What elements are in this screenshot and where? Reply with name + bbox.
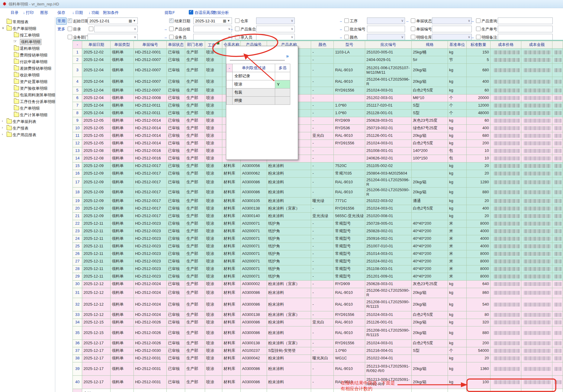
table-row[interactable]: 392025-12-17领料单HD-2512-0031已审核生产部喷涂材料库A0… (73, 362, 563, 375)
column-header-单据日期[interactable]: 单据日期 (82, 41, 111, 49)
combo-业务部门[interactable]: ∨ (88, 34, 138, 40)
table-row[interactable]: 242025-12-11领料单HD-2512-0023已审核生产部喷涂材料库A0… (73, 235, 563, 243)
table-row[interactable]: 402025-12-17领料单HD-2512-0031已审核生产部喷涂材料库A0… (73, 375, 563, 389)
column-filter-indicator-icon[interactable] (217, 42, 219, 44)
table-row[interactable]: 302025-12-12领料单HD-2512-0024已审核生产部喷涂材料库A0… (73, 280, 563, 288)
calendar-icon[interactable]: ▦ (223, 19, 226, 23)
chevron-down-icon[interactable]: ∨ (468, 35, 470, 39)
chevron-down-icon[interactable]: ∨ (228, 35, 230, 39)
table-row[interactable]: 382025-12-17领料单HD-2512-0031已审核生产部喷涂材料库A0… (73, 355, 563, 362)
combo-单据状态[interactable]: ∨ (432, 18, 472, 24)
text-input-单据编号[interactable] (432, 26, 472, 32)
popup-value-row[interactable]: 喷涂Y (227, 80, 290, 88)
chevron-down-icon[interactable]: ∨ (228, 27, 230, 31)
toolbar-item-10[interactable]: 数据分析 (213, 10, 229, 15)
table-row[interactable]: 32025-12-04领料单HD-2512-0007已审核生产部喷涂-RAL-9… (73, 64, 563, 77)
popup-value-row[interactable]: 焊接 (227, 97, 290, 105)
table-row[interactable]: 282025-12-11领料单HD-2512-0023已审核生产部喷涂材料库A0… (73, 265, 563, 273)
table-row[interactable]: 162025-12-09领料单HD-2512-0017已审核生产部喷涂材料库A0… (73, 170, 563, 177)
table-row[interactable]: 202025-12-09领料单HD-2512-0017已审核生产部喷涂材料库A0… (73, 205, 563, 212)
column-header-规格[interactable]: 规格 (412, 41, 448, 49)
table-row[interactable]: 122025-12-05领料单HD-2512-0014已审核生产部喷涂粉末涂料（… (73, 140, 563, 147)
table-row[interactable]: 262025-12-11领料单HD-2512-0023已审核生产部喷涂材料库A0… (73, 250, 563, 258)
filter-checkbox-工序[interactable] (344, 18, 349, 23)
text-input-产品查询[interactable] (498, 18, 553, 24)
table-row[interactable]: 332025-12-12领料单HD-2512-0024已审核生产部喷涂材料库A0… (73, 311, 563, 319)
table-row[interactable]: 82025-12-04领料单HD-2512-0011已审核生产部喷涂S型挂钩-安… (73, 109, 563, 117)
dropdown-arrow-icon[interactable]: ▼ (133, 19, 136, 22)
filter-extra-checkbox[interactable] (89, 27, 93, 31)
toolbar-item-5[interactable]: ↓日期 (72, 10, 83, 15)
text-input-批次编号[interactable] (367, 26, 405, 32)
filter-checkbox-单据编号[interactable] (411, 27, 415, 31)
column-header-型号[interactable]: 型号 (334, 41, 365, 49)
column-header-单据编号[interactable]: 单据编号 (134, 41, 167, 49)
column-header-部门名称[interactable]: 部门名称 (185, 41, 205, 49)
filter-checkbox-起始日期[interactable] (68, 18, 72, 23)
toolbar-item-9[interactable]: 自适应高度 (189, 10, 214, 15)
filter-often-button[interactable]: 常用 (56, 18, 67, 25)
toolbar-item-2[interactable]: ↓打印 (23, 10, 34, 15)
table-row[interactable]: 252025-12-11领料单HD-2512-0023已审核生产部喷涂材料库A0… (73, 243, 563, 250)
column-header-单据类型[interactable]: 单据类型 (111, 41, 134, 49)
chevron-down-icon[interactable]: ∨ (291, 35, 293, 39)
popup-value-row[interactable]: 全部记录 (227, 72, 290, 80)
filter-checkbox-业务部门[interactable] (68, 35, 72, 39)
chevron-down-icon[interactable]: ∨ (291, 19, 293, 23)
combo-目录[interactable]: ∨ (94, 26, 138, 32)
chevron-down-icon[interactable]: ∨ (134, 35, 136, 39)
column-header-标准数量[interactable]: 标准数量 (466, 41, 490, 49)
column-header-工序[interactable]: 工序 (205, 41, 222, 49)
table-row[interactable]: 292025-12-11领料单HD-2512-0023已审核生产部喷涂材料库A0… (73, 273, 563, 280)
combo-仓库[interactable]: ∨ (256, 18, 295, 24)
filter-checkbox-生产单号[interactable] (476, 27, 481, 31)
table-row[interactable]: 352025-12-15领料单HD-2512-0026已审核生产部喷涂材料库A0… (73, 326, 563, 339)
checkbox-checked-icon[interactable] (189, 10, 193, 14)
filter-more-button[interactable]: 更多 (57, 26, 65, 32)
chevron-down-icon[interactable]: ∨ (401, 19, 404, 23)
expand-arrow-icon[interactable]: › (2, 126, 5, 129)
table-row[interactable]: 22025-12-04领料单HD-2512-0007已审核生产部喷涂-2404-… (73, 56, 563, 64)
expand-arrow-icon[interactable]: › (2, 119, 5, 123)
chevron-down-icon[interactable]: ∨ (291, 27, 293, 31)
table-row[interactable]: 272025-12-11领料单HD-2512-0023已审核生产部喷涂材料库A0… (73, 258, 563, 265)
dropdown-arrow-icon[interactable]: ▼ (227, 19, 230, 22)
table-row[interactable]: 212025-12-09领料单HD-2512-0017已审核生产部喷涂材料库A0… (73, 212, 563, 220)
table-row[interactable]: 372025-12-17领料单HD-2512-0030已审核生产部喷涂材料库A0… (73, 347, 563, 355)
table-row[interactable]: 222025-12-11领料单HD-2512-0023已审核生产部喷涂材料库A0… (73, 220, 563, 227)
table-row[interactable]: 362025-12-17领料单HD-2512-0026已审核生产部喷涂材料库A0… (73, 339, 563, 347)
toolbar-item-4[interactable]: 保存 (57, 10, 65, 15)
combo-工序[interactable]: ∨ (367, 18, 405, 24)
toolbar-item-8[interactable]: 提取F (165, 10, 175, 15)
table-row[interactable]: 62025-12-04领料单HD-2512-0008已审核生产部喷涂-25120… (73, 94, 563, 102)
filter-checkbox-产品查询[interactable] (476, 18, 481, 23)
table-row[interactable]: 142025-12-08领料单HD-2512-0016已审核生产部喷涂-2406… (73, 155, 563, 162)
chevron-down-icon[interactable]: ∨ (401, 35, 404, 39)
filter-checkbox-批次编号[interactable] (344, 27, 349, 31)
filter-checkbox-仓库[interactable] (235, 18, 240, 23)
table-row[interactable]: 312025-12-12领料单HD-2512-0024已审核生产部喷涂材料库A0… (73, 288, 563, 298)
filter-checkbox-单据状态[interactable] (411, 18, 415, 23)
popup-filter-input[interactable] (230, 60, 285, 60)
combo-明细仓库[interactable]: ∨ (432, 34, 472, 40)
date-input-结束日期[interactable]: 2025-12-31▦▼ (193, 18, 232, 24)
table-row[interactable]: 342025-12-15领料单HD-2512-0026已审核生产部喷涂材料库A0… (73, 319, 563, 326)
table-row[interactable]: 172025-12-09领料单HD-2512-0017已审核生产部喷涂材料库A0… (73, 177, 563, 187)
table-row[interactable]: 192025-12-09领料单HD-2512-0017已审核生产部喷涂材料库A0… (73, 197, 563, 205)
date-input-起始日期[interactable]: 2025-12-01▦▼ (88, 18, 138, 24)
column-header-批次编号[interactable]: 批次编号 (365, 41, 412, 49)
filter-checkbox-明细仓库[interactable] (411, 35, 415, 39)
table-row[interactable]: 232025-12-11领料单HD-2512-0023已审核生产部喷涂材料库A0… (73, 227, 563, 235)
toolbar-item-3[interactable]: 图形 (40, 10, 48, 15)
column-header-基准单位[interactable]: 基准单位 (448, 41, 467, 49)
table-row[interactable]: 72025-12-04领料单HD-2512-0011已审核生产部喷涂S型挂钩-安… (73, 102, 563, 109)
column-header-overflow[interactable] (552, 41, 563, 49)
table-row[interactable]: 52025-12-04领料单HD-2512-0007已审核生产部喷涂粉末涂料（宜… (73, 87, 563, 94)
filter-checkbox-录入员[interactable] (235, 35, 240, 39)
column-header-颜色[interactable]: 颜色 (311, 41, 334, 49)
calendar-icon[interactable]: ▦ (129, 19, 132, 23)
collapse-arrow-icon[interactable]: ∨ (2, 26, 5, 30)
combo-产品集合[interactable]: ∨ (256, 26, 295, 32)
toolbar-item-7[interactable]: 附加条件 (103, 10, 119, 15)
filter-checkbox-产品分组[interactable] (169, 27, 174, 31)
